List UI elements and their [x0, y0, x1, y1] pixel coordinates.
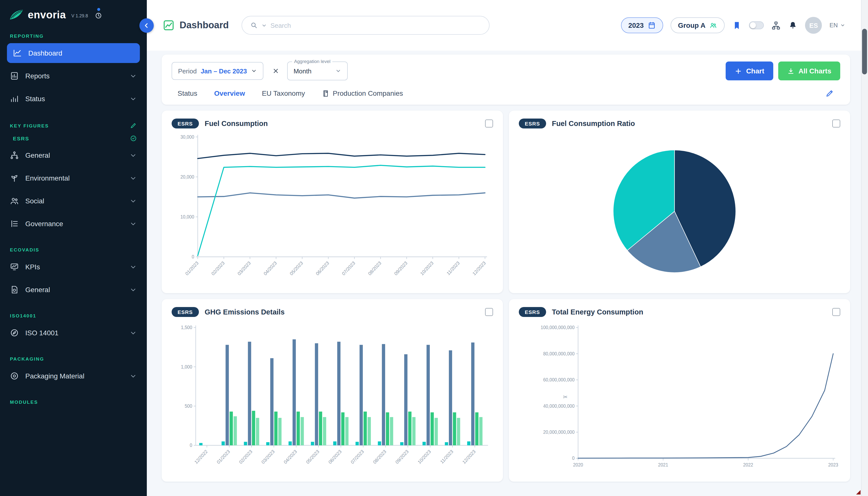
clear-period-icon[interactable]: [272, 67, 279, 74]
aggregation-select[interactable]: Aggregation level Month: [287, 62, 348, 80]
sidebar-item-packaging-material[interactable]: Packaging Material: [0, 365, 147, 387]
year-selector[interactable]: 2023: [621, 17, 663, 33]
sidebar-item-governance[interactable]: Governance: [0, 212, 147, 235]
sidebar-section-iso14001: ISO14001: [0, 301, 147, 321]
scrollbar-track[interactable]: [861, 0, 868, 496]
svg-text:20,000,000,000: 20,000,000,000: [543, 429, 575, 435]
search-box[interactable]: [242, 16, 490, 35]
svg-text:12/2023: 12/2023: [462, 449, 477, 465]
sitemap-icon[interactable]: [772, 20, 781, 30]
card-total-energy-consumption: ESRS Total Energy Consumption 020,000,00…: [509, 299, 850, 482]
search-input[interactable]: [270, 21, 481, 29]
svg-text:0: 0: [190, 443, 192, 448]
ghg-emissions-chart: 05001,0001,50012/202201/202302/202303/20…: [172, 319, 493, 477]
plus-icon: [735, 67, 742, 75]
fuel-consumption-chart: 010,00020,00030,00001/202302/202303/2023…: [172, 130, 493, 288]
search-filter-caret-icon[interactable]: [262, 22, 267, 28]
chevron-down-icon: [129, 263, 137, 270]
tabs-row: Status Overview EU Taxonomy Production C…: [172, 80, 840, 105]
chevron-down-icon: [840, 23, 845, 28]
sidebar-item-social[interactable]: Social: [0, 189, 147, 212]
status-icon: [10, 94, 19, 103]
main-area: Dashboard 2023: [147, 0, 861, 496]
svg-text:30,000: 30,000: [180, 134, 194, 140]
card-checkbox[interactable]: [832, 308, 840, 316]
scrollbar-thumb[interactable]: [862, 29, 867, 74]
pencil-icon: [130, 122, 137, 129]
add-chart-label: Chart: [746, 67, 764, 75]
calendar-icon: [648, 21, 656, 29]
history-icon[interactable]: [95, 12, 103, 19]
sidebar-item-status[interactable]: Status: [0, 87, 147, 110]
sidebar-item-kpis[interactable]: KPIs: [0, 255, 147, 278]
esrs-badge: ESRS: [172, 307, 199, 317]
svg-text:09/2023: 09/2023: [393, 260, 408, 276]
chevron-down-icon: [129, 372, 137, 380]
sidebar-collapse-button[interactable]: [139, 18, 154, 33]
tab-status[interactable]: Status: [177, 89, 197, 97]
tab-overview[interactable]: Overview: [214, 89, 245, 97]
fuel-consumption-ratio-chart: [519, 130, 840, 288]
svg-text:11/2023: 11/2023: [446, 260, 461, 276]
filter-row: Period Jan – Dec 2023 Aggregation level …: [172, 62, 840, 80]
card-title: Total Energy Consumption: [552, 308, 643, 316]
group-selector[interactable]: Group A: [671, 17, 725, 33]
hierarchy-icon: [10, 151, 19, 160]
svg-text:06/2023: 06/2023: [315, 260, 330, 276]
sidebar-item-general[interactable]: General: [0, 144, 147, 167]
svg-text:100,000,000,000: 100,000,000,000: [541, 325, 575, 330]
logo-text: envoria: [28, 9, 66, 21]
language-selector[interactable]: EN: [830, 22, 845, 29]
avatar[interactable]: ES: [805, 17, 822, 34]
esrs-badge: ESRS: [519, 307, 546, 317]
notifications-bell-icon[interactable]: [788, 20, 798, 30]
sidebar: envoria V 1.29.8 REPORTINGDashboardRepor…: [0, 0, 147, 496]
sidebar-section-packaging: PACKAGING: [0, 344, 147, 365]
svg-text:04/2023: 04/2023: [283, 449, 298, 465]
svg-text:10/2023: 10/2023: [419, 260, 434, 276]
card-checkbox[interactable]: [485, 308, 493, 316]
sidebar-item-general[interactable]: General: [0, 278, 147, 301]
svg-text:05/2023: 05/2023: [305, 449, 320, 465]
tab-eu-taxonomy[interactable]: EU Taxonomy: [262, 89, 305, 97]
svg-text:40,000,000,000: 40,000,000,000: [543, 403, 575, 409]
svg-text:1,000: 1,000: [181, 364, 192, 370]
tab-production-companies[interactable]: Production Companies: [322, 89, 403, 97]
sidebar-item-reports[interactable]: Reports: [0, 64, 147, 87]
svg-text:10,000: 10,000: [180, 214, 194, 219]
svg-text:2022: 2022: [743, 462, 753, 467]
total-energy-chart: 020,000,000,00040,000,000,00060,000,000,…: [519, 319, 840, 477]
edit-dashboard-icon[interactable]: [825, 89, 834, 98]
card-checkbox[interactable]: [485, 120, 493, 127]
sidebar-item-dashboard[interactable]: Dashboard: [7, 43, 140, 63]
page-title: Dashboard: [180, 20, 229, 31]
bookmark-icon[interactable]: [732, 20, 742, 30]
svg-text:500: 500: [185, 403, 192, 409]
card-checkbox[interactable]: [832, 120, 840, 127]
esrs-badge: ESRS: [519, 119, 546, 128]
toggle-knob: [750, 22, 756, 28]
svg-text:02/2023: 02/2023: [211, 260, 226, 276]
sidebar-item-iso-14001[interactable]: ISO 14001: [0, 321, 147, 344]
period-selector[interactable]: Period Jan – Dec 2023: [172, 62, 263, 80]
chevron-down-icon: [129, 329, 137, 337]
notification-dot: [97, 8, 100, 11]
svg-text:02/2023: 02/2023: [238, 449, 253, 465]
sidebar-item-environmental[interactable]: Environmental: [0, 167, 147, 189]
svg-text:12/2022: 12/2022: [193, 449, 208, 465]
sidebar-section-ecovadis: ECOVADIS: [0, 235, 147, 255]
all-charts-label: All Charts: [799, 67, 831, 75]
add-chart-button[interactable]: Chart: [726, 62, 773, 80]
aggregation-label: Aggregation level: [292, 59, 332, 64]
kpi-icon: [10, 262, 19, 271]
top-bar: Dashboard 2023: [147, 0, 861, 51]
svg-text:08/2023: 08/2023: [367, 260, 382, 276]
toggle-switch[interactable]: [749, 21, 764, 29]
all-charts-button[interactable]: All Charts: [778, 62, 840, 80]
dashboard-chart-icon: [163, 19, 175, 31]
governance-icon: [10, 219, 19, 228]
card-title: Fuel Consumption: [205, 120, 268, 127]
sidebar-subsection-esrs[interactable]: ESRS: [0, 132, 147, 144]
chevron-down-icon: [129, 72, 137, 80]
download-icon: [787, 67, 795, 75]
